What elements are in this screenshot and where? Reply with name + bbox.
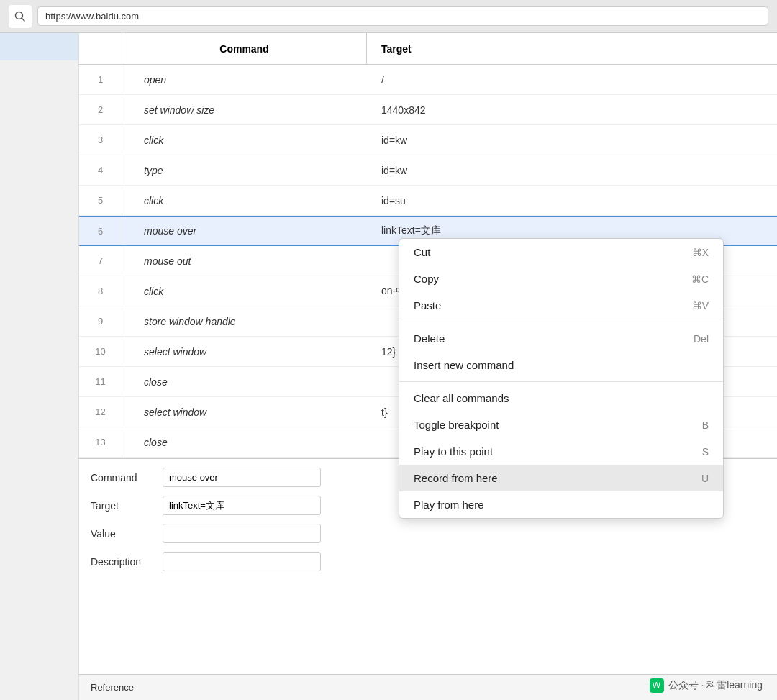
main-layout: Command Target 1 open / 2 set window siz… xyxy=(0,33,777,700)
sidebar-active-item[interactable] xyxy=(0,33,78,60)
row-target: 1440x842 xyxy=(367,104,777,116)
row-number: 8 xyxy=(79,276,122,306)
row-command: select window xyxy=(122,346,367,358)
row-target: id=kw xyxy=(367,135,777,146)
menu-item-label: Toggle breakpoint xyxy=(414,419,499,431)
menu-shortcut: S xyxy=(702,446,709,458)
row-command: close xyxy=(122,376,367,388)
row-command: close xyxy=(122,437,367,448)
menu-item-label: Paste xyxy=(414,299,441,312)
menu-item-label: Clear all commands xyxy=(414,392,509,404)
row-number: 11 xyxy=(79,367,122,396)
menu-divider xyxy=(399,381,723,382)
target-label: Target xyxy=(91,500,163,512)
top-bar xyxy=(0,0,777,33)
menu-item[interactable]: Copy ⌘C xyxy=(399,265,723,292)
row-command: set window size xyxy=(122,104,367,116)
table-row[interactable]: 5 click id=su xyxy=(79,186,777,216)
menu-shortcut: Del xyxy=(694,333,709,345)
menu-item[interactable]: Clear all commands xyxy=(399,385,723,412)
row-number: 4 xyxy=(79,155,122,185)
row-target: / xyxy=(367,74,777,86)
menu-item-label: Copy xyxy=(414,273,439,285)
row-number: 1 xyxy=(79,65,122,94)
row-number: 3 xyxy=(79,125,122,155)
reference-label: Reference xyxy=(91,682,134,693)
row-number: 5 xyxy=(79,186,122,215)
row-number: 2 xyxy=(79,95,122,124)
menu-divider xyxy=(399,322,723,322)
menu-item[interactable]: Insert new command xyxy=(399,352,723,378)
menu-item[interactable]: Play to this point S xyxy=(399,438,723,465)
menu-shortcut: U xyxy=(701,473,709,484)
th-command: Command xyxy=(122,33,367,64)
target-input[interactable] xyxy=(163,496,321,515)
row-number: 9 xyxy=(79,306,122,336)
menu-shortcut: B xyxy=(702,419,709,431)
row-command: click xyxy=(122,195,367,206)
sidebar xyxy=(0,33,79,700)
value-field-row: Value xyxy=(91,524,765,543)
content-area: Command Target 1 open / 2 set window siz… xyxy=(79,33,777,700)
row-command: select window xyxy=(122,406,367,418)
url-input[interactable] xyxy=(37,6,768,26)
table-row[interactable]: 2 set window size 1440x842 xyxy=(79,95,777,125)
row-number: 10 xyxy=(79,337,122,366)
row-command: click xyxy=(122,286,367,297)
search-icon xyxy=(14,11,26,22)
context-menu: Cut ⌘X Copy ⌘C Paste ⌘V Delete Del Inser… xyxy=(399,238,724,519)
row-command: mouse out xyxy=(122,255,367,267)
menu-item[interactable]: Toggle breakpoint B xyxy=(399,412,723,438)
row-target: id=kw xyxy=(367,165,777,176)
menu-item-label: Play to this point xyxy=(414,445,493,458)
menu-shortcut: ⌘C xyxy=(691,273,709,285)
table-header: Command Target xyxy=(79,33,777,65)
description-field-row: Description xyxy=(91,552,765,571)
row-command: open xyxy=(122,74,367,86)
description-label: Description xyxy=(91,556,163,568)
row-target: id=su xyxy=(367,195,777,206)
reference-bar: Reference xyxy=(79,674,777,700)
menu-item[interactable]: Paste ⌘V xyxy=(399,292,723,319)
menu-item-label: Cut xyxy=(414,246,430,258)
th-num xyxy=(79,33,122,64)
command-label: Command xyxy=(91,472,163,483)
menu-shortcut: ⌘V xyxy=(692,300,709,312)
row-command: mouse over xyxy=(122,225,367,237)
row-command: store window handle xyxy=(122,316,367,327)
row-target: linkText=文库 xyxy=(367,224,777,237)
menu-item[interactable]: Record from here U xyxy=(399,465,723,491)
svg-line-1 xyxy=(22,18,25,21)
search-button[interactable] xyxy=(9,5,32,28)
menu-shortcut: ⌘X xyxy=(692,247,709,258)
command-input[interactable] xyxy=(163,468,321,487)
row-command: click xyxy=(122,135,367,146)
menu-item[interactable]: Cut ⌘X xyxy=(399,239,723,265)
table-row[interactable]: 1 open / xyxy=(79,65,777,95)
row-number: 12 xyxy=(79,397,122,427)
menu-item-label: Insert new command xyxy=(414,359,514,371)
menu-item-label: Delete xyxy=(414,332,445,345)
value-input[interactable] xyxy=(163,524,321,543)
menu-item[interactable]: Delete Del xyxy=(399,325,723,352)
th-target: Target xyxy=(367,43,777,55)
row-number: 6 xyxy=(79,217,122,245)
table-row[interactable]: 4 type id=kw xyxy=(79,155,777,186)
menu-item[interactable]: Play from here xyxy=(399,491,723,518)
menu-item-label: Play from here xyxy=(414,499,484,511)
row-number: 7 xyxy=(79,246,122,276)
row-number: 13 xyxy=(79,427,122,457)
row-command: type xyxy=(122,165,367,176)
description-input[interactable] xyxy=(163,552,321,571)
table-row[interactable]: 3 click id=kw xyxy=(79,125,777,155)
menu-item-label: Record from here xyxy=(414,472,498,484)
value-label: Value xyxy=(91,528,163,540)
